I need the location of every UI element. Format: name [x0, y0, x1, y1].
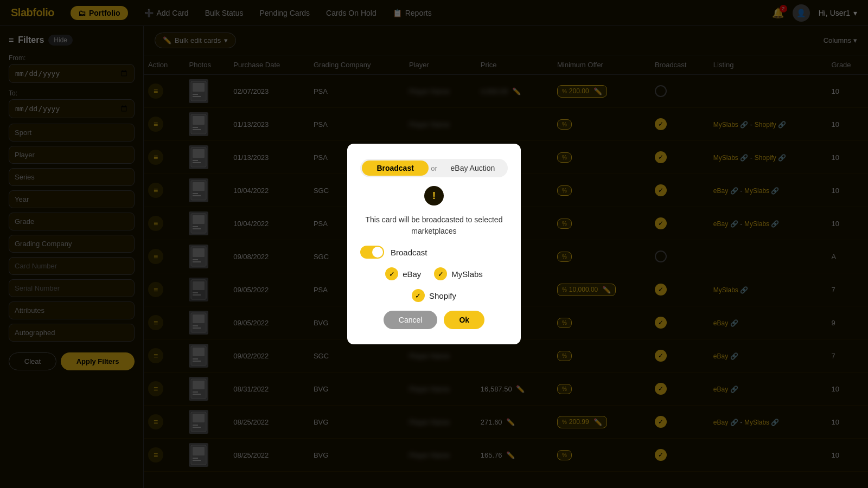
modal-overlay: Broadcast or eBay Auction ! This card wi… — [0, 0, 868, 488]
tab-ebay-auction[interactable]: eBay Auction — [439, 160, 506, 176]
ok-button[interactable]: Ok — [444, 311, 484, 329]
ebay-label: eBay — [403, 269, 421, 279]
shopify-check[interactable]: ✓ — [412, 289, 425, 302]
marketplace-row-1: ✓ eBay ✓ MySlabs — [360, 267, 508, 280]
cancel-button[interactable]: Cancel — [384, 311, 438, 329]
warning-icon: ! — [424, 186, 444, 206]
modal-button-row: Cancel Ok — [360, 311, 508, 329]
broadcast-toggle[interactable] — [360, 246, 384, 259]
broadcast-modal: Broadcast or eBay Auction ! This card wi… — [347, 144, 521, 344]
modal-tab-row: Broadcast or eBay Auction — [360, 159, 508, 177]
marketplace-row-2: ✓ Shopify — [412, 289, 456, 302]
broadcast-label: Broadcast — [391, 248, 427, 257]
marketplace-ebay: ✓ eBay — [385, 267, 421, 280]
ebay-check[interactable]: ✓ — [385, 267, 398, 280]
tab-broadcast[interactable]: Broadcast — [362, 160, 429, 176]
shopify-label: Shopify — [429, 291, 456, 300]
myslabs-label: MySlabs — [451, 269, 483, 279]
broadcast-toggle-row: Broadcast — [360, 246, 508, 259]
tab-or-label: or — [429, 164, 439, 172]
marketplace-myslabs: ✓ MySlabs — [434, 267, 483, 280]
modal-description: This card will be broadcasted to selecte… — [360, 214, 508, 237]
myslabs-check[interactable]: ✓ — [434, 267, 447, 280]
